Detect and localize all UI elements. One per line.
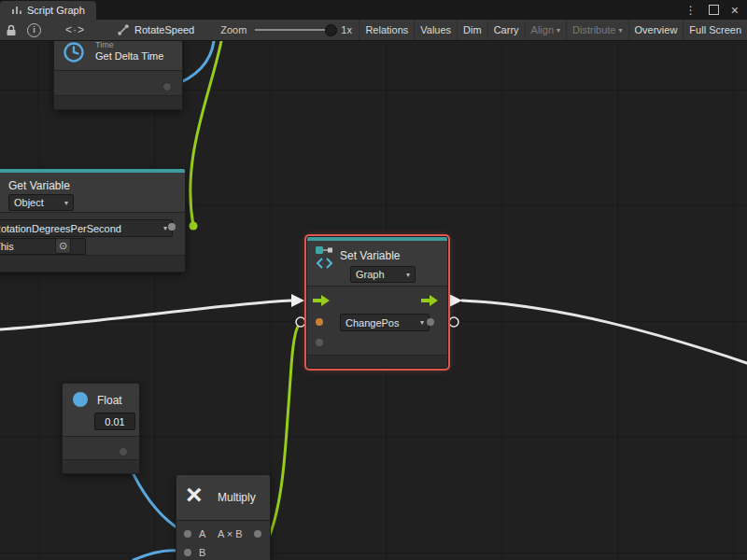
tab-script-graph[interactable]: Script Graph: [0, 1, 96, 20]
script-graph-tab-icon: [11, 5, 22, 16]
distribute-label: Distribute: [572, 24, 615, 35]
caret-down-icon: ▾: [59, 199, 68, 207]
relations-button[interactable]: Relations: [359, 20, 414, 40]
dim-button[interactable]: Dim: [457, 20, 487, 40]
maximize-icon[interactable]: [709, 5, 719, 15]
target-object-value: This: [0, 241, 14, 252]
tab-label: Script Graph: [27, 5, 85, 16]
caret-down-icon: ▾: [619, 26, 623, 35]
scope-value: Graph: [356, 269, 385, 280]
window-controls: ⋮ ×: [685, 0, 747, 20]
caret-down-icon: ▾: [401, 271, 410, 279]
clock-icon: [63, 41, 85, 65]
full-screen-button[interactable]: Full Screen: [683, 20, 747, 40]
node-set-variable[interactable]: Set Variable Graph ▾ ChangePos ▾: [306, 236, 448, 369]
target-object-field[interactable]: This ⊙: [0, 238, 86, 255]
node-accent-bar: [0, 169, 185, 173]
scope-value: Object: [14, 197, 44, 208]
align-label: Align: [531, 24, 554, 35]
value-output-port[interactable]: [427, 318, 434, 326]
carry-label: Carry: [494, 24, 519, 35]
value-output-port[interactable]: [168, 223, 176, 231]
tab-bar: Script Graph ⋮ ×: [0, 0, 747, 20]
graph-canvas[interactable]: Time Get Delta Time Get Variable Object …: [0, 41, 747, 560]
node-footer: [63, 459, 139, 473]
input-a-label: A: [199, 528, 205, 539]
node-float[interactable]: Float 0.01: [62, 383, 140, 474]
port-toggle-icon[interactable]: <·>: [65, 23, 85, 36]
output-port[interactable]: [254, 530, 261, 538]
unity-script-graph-window: Script Graph ⋮ × i <·> RotateSpeed Zoom: [0, 0, 747, 560]
input-b-port[interactable]: [184, 549, 191, 556]
full-screen-label: Full Screen: [689, 24, 741, 35]
caret-down-icon: ▾: [415, 318, 424, 327]
node-footer: [307, 355, 447, 368]
float-value: 0.01: [105, 416, 124, 427]
values-button[interactable]: Values: [414, 20, 457, 40]
zoom-value: 1x: [341, 24, 352, 35]
variable-name-dropdown[interactable]: RotationDegreesPerSecond ▾: [0, 219, 173, 237]
toolbar-buttons: Relations Values Dim Carry Align▾ Distri…: [359, 20, 747, 40]
object-picker-icon[interactable]: ⊙: [55, 238, 71, 254]
output-label: A × B: [218, 528, 243, 539]
zoom-slider-knob[interactable]: [325, 24, 337, 36]
relations-label: Relations: [365, 24, 408, 35]
lock-icon[interactable]: [6, 24, 17, 36]
overview-button[interactable]: Overview: [628, 20, 684, 40]
dim-label: Dim: [463, 24, 482, 35]
node-accent-bar: [307, 237, 447, 241]
node-title: Get Variable: [8, 179, 70, 192]
node-title: Float: [97, 394, 122, 407]
kebab-menu-icon[interactable]: ⋮: [685, 5, 697, 16]
node-get-delta-time[interactable]: Time Get Delta Time: [53, 41, 183, 110]
graph-toolbar: i <·> RotateSpeed Zoom 1x Relations Valu…: [0, 20, 747, 41]
node-category: Time: [95, 41, 114, 49]
flow-in-arrow[interactable]: [313, 294, 330, 307]
zoom-label: Zoom: [220, 24, 247, 35]
variable-name-dropdown[interactable]: ChangePos ▾: [340, 314, 430, 331]
node-get-variable[interactable]: Get Variable Object ▾ RotationDegreesPer…: [0, 168, 186, 273]
zoom-slider-track[interactable]: [255, 29, 335, 31]
carry-button[interactable]: Carry: [487, 20, 525, 40]
float-type-icon: [73, 392, 88, 407]
input-a-port[interactable]: [184, 530, 191, 538]
input-b-label: B: [199, 547, 205, 558]
variable-scope-dropdown[interactable]: Object ▾: [8, 194, 74, 211]
node-title: Get Delta Time: [95, 50, 163, 62]
graph-asset-icon: [117, 23, 130, 36]
caret-down-icon: ▾: [158, 224, 167, 232]
values-label: Values: [420, 24, 451, 35]
align-button[interactable]: Align▾: [525, 20, 566, 40]
fallback-input-port[interactable]: [316, 339, 323, 346]
multiply-icon: ×: [186, 483, 203, 507]
float-value-field[interactable]: 0.01: [94, 413, 135, 430]
node-footer: [0, 255, 185, 272]
zoom-slider[interactable]: [255, 23, 335, 36]
close-icon[interactable]: ×: [731, 4, 739, 17]
value-input-port[interactable]: [316, 318, 323, 326]
flow-out-arrow[interactable]: [421, 294, 438, 307]
node-footer: [54, 95, 182, 109]
node-title: Multiply: [218, 491, 256, 504]
variable-name: RotationDegreesPerSecond: [0, 223, 121, 234]
output-port[interactable]: [119, 447, 128, 456]
info-icon[interactable]: i: [27, 23, 41, 37]
variable-scope-dropdown[interactable]: Graph ▾: [350, 266, 416, 283]
set-variable-icon: [315, 245, 335, 272]
variable-name: ChangePos: [345, 317, 400, 329]
node-multiply[interactable]: × Multiply A A × B B: [176, 474, 271, 560]
node-title: Set Variable: [340, 249, 400, 262]
graph-name-breadcrumb[interactable]: RotateSpeed: [134, 24, 194, 35]
distribute-button[interactable]: Distribute▾: [566, 20, 627, 40]
caret-down-icon: ▾: [557, 26, 560, 35]
output-port[interactable]: [162, 82, 172, 91]
overview-label: Overview: [635, 24, 678, 35]
